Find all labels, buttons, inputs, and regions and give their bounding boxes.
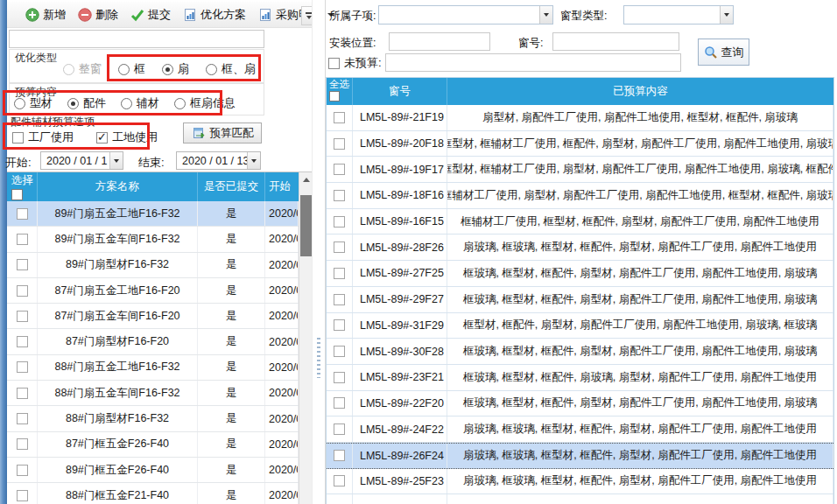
window-row[interactable]: LM5L-89#-29F27 框玻璃, 框型材, 框配件, 扇型材, 扇配件工厂… [327, 287, 833, 313]
budget-content-header[interactable]: 已预算内容 [447, 78, 833, 105]
row-checkbox[interactable] [17, 311, 28, 322]
plan-row[interactable]: 89#门扇五金车间F16-F32 是 2020/0 [7, 227, 299, 252]
window-row[interactable]: LM5L-89#-24F22 扇玻璃, 框玻璃, 框型材, 框配件, 扇型材, … [327, 416, 833, 443]
row-checkbox[interactable] [334, 242, 345, 253]
date-start-picker[interactable]: 2020 / 01 / 1 [40, 151, 123, 170]
plan-start-header[interactable]: 开始 [265, 172, 299, 201]
window-row[interactable]: LM5L-89#-19F17 框型材, 框辅材工厂使用, 扇型材, 扇配件工厂使… [327, 157, 833, 183]
budget-content-radio[interactable]: 型材 [14, 95, 53, 111]
row-checkbox[interactable] [334, 294, 345, 305]
window-row[interactable]: LM5L-89#-20F18 框型材, 框辅材工厂使用, 框配件, 扇型材, 扇… [327, 131, 833, 158]
window-no-input[interactable] [552, 32, 679, 51]
scrollbar-thumb[interactable] [300, 195, 312, 256]
optimize-type-radio[interactable]: 框 [118, 61, 145, 77]
row-checkbox[interactable] [17, 234, 28, 245]
optimize-type-radio[interactable]: 扇 [162, 61, 189, 77]
plan-row[interactable]: 87#门扇五金工地F16-F20 是 2020/0 [7, 278, 299, 304]
optimize-type-radio[interactable]: 框、扇 [206, 61, 256, 77]
optimize-plan-button[interactable]: 优化方案 [177, 4, 252, 26]
row-checkbox[interactable] [334, 190, 345, 201]
row-checkbox[interactable] [17, 438, 28, 450]
window-row[interactable]: LM5L-89#-26F24 扇玻璃, 框玻璃, 框型材, 框配件, 扇型材, … [327, 443, 833, 469]
plan-row[interactable]: 87#门扇型材F16-F20 是 2020/0 [7, 329, 299, 354]
plan-submitted-header[interactable]: 是否已提交 [198, 172, 265, 201]
date-end-picker[interactable]: 2020 / 01 / 13 [176, 151, 261, 170]
plan-row[interactable]: 89#门扇型材F16-F32 是 2020/0 [7, 253, 299, 278]
budget-content-radio[interactable]: 框扇信息 [174, 95, 236, 111]
plan-row-select-cell [7, 406, 38, 430]
window-row-select-cell [327, 183, 353, 208]
install-pos-input[interactable] [389, 32, 490, 51]
row-checkbox[interactable] [334, 112, 345, 123]
row-checkbox[interactable] [334, 475, 345, 486]
purchase-detail-button[interactable]: 采购明细 [252, 4, 341, 26]
window-no-header[interactable]: 窗号 [353, 78, 447, 105]
plan-row[interactable]: 88#门扇五金车间F16-F32 是 2020/0 [7, 381, 299, 406]
budget-content-radio[interactable]: 配件 [67, 95, 106, 111]
plan-name-header[interactable]: 方案名称 [38, 172, 198, 201]
window-row[interactable]: LM5L-89#-16F15 框辅材工厂使用, 框型材, 框配件, 扇型材, 扇… [327, 209, 833, 235]
budget-match-button[interactable]: 预算匹配 [183, 122, 262, 144]
row-checkbox[interactable] [17, 285, 28, 297]
row-checkbox[interactable] [17, 465, 28, 476]
row-checkbox[interactable] [17, 388, 28, 399]
plan-row[interactable]: 87#门框五金F26-F40 是 2020/0 [7, 432, 299, 458]
query-button[interactable]: 查询 [698, 38, 749, 66]
row-checkbox[interactable] [334, 372, 345, 383]
budget-content-radio[interactable]: 辅材 [121, 95, 159, 111]
date-end-dropdown-button[interactable] [247, 152, 260, 169]
window-row[interactable]: LM5L-89#-23F21 框玻璃, 框型材, 框配件, 扇玻璃, 扇型材, … [327, 365, 833, 391]
usage-checkbox[interactable]: 工厂使用 [12, 130, 74, 145]
window-row[interactable]: LM5L-89#-22F20 框玻璃, 框型材, 框配件, 扇型材, 扇配件工厂… [327, 391, 833, 417]
submit-button[interactable]: 提交 [124, 4, 177, 26]
plan-table-scrollbar[interactable] [299, 172, 312, 504]
row-checkbox[interactable] [334, 450, 345, 461]
row-checkbox[interactable] [334, 216, 345, 228]
row-checkbox[interactable] [17, 336, 28, 347]
plan-row[interactable]: 89#门扇五金工地F16-F32 是 2020/0 [7, 201, 299, 227]
row-checkbox[interactable] [334, 346, 345, 357]
row-checkbox[interactable] [17, 413, 28, 424]
window-type-combobox[interactable] [623, 5, 734, 24]
optimize-plan-label: 优化方案 [200, 7, 246, 23]
usage-checkbox[interactable]: 工地使用 [96, 130, 158, 145]
window-type-dropdown-button[interactable] [720, 6, 733, 24]
row-checkbox[interactable] [334, 164, 345, 175]
row-checkbox[interactable] [334, 138, 345, 150]
no-budget-input[interactable] [385, 53, 681, 72]
window-row[interactable]: LM5L-89#-30F28 框玻璃, 框型材, 框配件, 扇型材, 扇配件工厂… [327, 339, 833, 365]
optimize-type-radio[interactable]: 整窗 [63, 61, 102, 77]
row-checkbox[interactable] [334, 319, 345, 331]
window-row[interactable]: LM5L-89#-21F19 扇型材, 扇配件工厂使用, 扇配件工地使用, 框型… [327, 105, 833, 131]
add-button[interactable]: 新增 [19, 4, 72, 26]
no-budget-checkbox[interactable]: 未预算: [328, 55, 382, 71]
date-start-dropdown-button[interactable] [109, 152, 123, 169]
plan-row[interactable]: 88#门扇五金工地F16-F32 是 2020/0 [7, 355, 299, 381]
plan-row[interactable]: 88#门框五金F21-F40 是 2020/0 [7, 483, 299, 504]
window-row[interactable]: LM5L-89#-31F29 框型材, 框配件, 扇型材, 扇配件工厂使用, 扇… [327, 313, 833, 340]
sub-item-dropdown-button[interactable] [539, 6, 552, 24]
overflow-icon [306, 12, 312, 14]
plan-row[interactable]: 87#门扇五金车间F16-F20 是 2020/0 [7, 304, 299, 329]
panel-splitter[interactable] [312, 0, 326, 504]
window-row[interactable]: LM5L-89#-25F23 扇玻璃, 框玻璃, 框型材, 框配件, 扇型材, … [327, 469, 833, 495]
window-row[interactable]: LM5L-89#-18F16 框辅材工厂使用, 扇型材, 扇配件工厂使用, 扇配… [327, 183, 833, 209]
select-all-checkbox[interactable] [329, 91, 340, 102]
row-checkbox[interactable] [17, 361, 28, 373]
row-checkbox[interactable] [334, 424, 345, 435]
plan-row[interactable]: 89#门框五金F26-F40 是 2020/0 [7, 458, 299, 483]
window-row[interactable]: LM5L-89#-27F25 框玻璃, 框型材, 框配件, 扇型材, 扇配件工厂… [327, 261, 833, 287]
delete-button[interactable]: 删除 [72, 4, 124, 26]
window-row[interactable]: LM5L-89#-28F26 扇玻璃, 框玻璃, 框型材, 框配件, 扇型材, … [327, 234, 833, 261]
row-checkbox[interactable] [17, 208, 28, 220]
row-checkbox[interactable] [334, 268, 345, 279]
plan-name-input[interactable] [9, 30, 264, 48]
row-checkbox[interactable] [17, 259, 28, 270]
sub-item-combobox[interactable] [378, 5, 553, 24]
plan-row[interactable]: 88#门扇型材F16-F32 是 2020/0 [7, 406, 299, 431]
plan-name-cell: 88#门扇型材F16-F32 [38, 406, 198, 430]
row-checkbox[interactable] [17, 490, 28, 501]
row-checkbox[interactable] [334, 397, 345, 409]
scroll-up-button[interactable] [299, 172, 312, 187]
select-all-checkbox[interactable] [11, 189, 23, 200]
